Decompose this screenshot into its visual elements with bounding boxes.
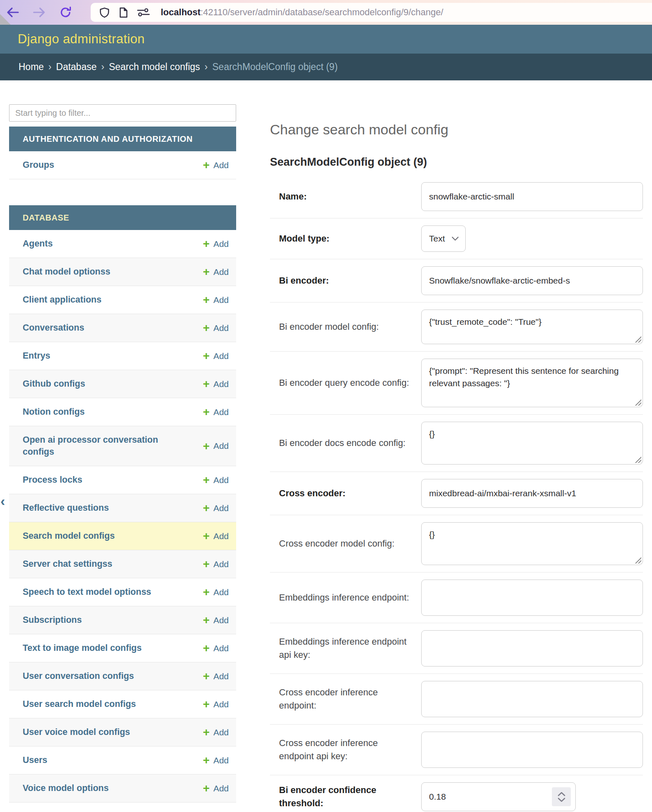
- address-bar[interactable]: localhost:42110/server/admin/database/se…: [91, 3, 652, 22]
- sidebar-item-open-ai-processor-conversation-configs[interactable]: Open ai processor conversation configs+A…: [9, 426, 236, 466]
- sidebar-add-link[interactable]: +Add: [203, 643, 229, 653]
- sidebar-add-link[interactable]: +Add: [203, 441, 229, 451]
- sidebar-item-text-to-image-model-configs[interactable]: Text to image model configs+Add: [9, 634, 236, 662]
- breadcrumb-home-link[interactable]: Home: [19, 61, 44, 73]
- field-select-model-type[interactable]: Text: [421, 225, 466, 252]
- plus-icon: +: [203, 160, 209, 170]
- field-input-embeddings-inference-endpoint-api-key[interactable]: [421, 630, 643, 666]
- sidebar-item-conversations[interactable]: Conversations+Add: [9, 314, 236, 342]
- field-input-cross-encoder[interactable]: [421, 479, 643, 508]
- sidebar-item-link[interactable]: Notion configs: [23, 406, 84, 418]
- sidebar-add-link[interactable]: +Add: [203, 531, 229, 541]
- sidebar-item-github-configs[interactable]: Github configs+Add: [9, 370, 236, 398]
- field-input-embeddings-inference-endpoint[interactable]: [421, 580, 643, 616]
- field-textarea-cross-encoder-model-config[interactable]: {}: [421, 522, 643, 565]
- sidebar-item-link[interactable]: Voice model options: [23, 782, 109, 794]
- resize-handle-icon[interactable]: [634, 556, 641, 563]
- add-label: Add: [213, 503, 229, 513]
- sidebar-item-link[interactable]: Search model configs: [23, 530, 115, 542]
- sidebar-item-link[interactable]: Chat model optionss: [23, 266, 110, 278]
- sidebar-item-groups[interactable]: Groups+Add: [9, 151, 236, 179]
- field-input-cross-encoder-inference-endpoint[interactable]: [421, 681, 643, 717]
- breadcrumb-search-model-configs-link[interactable]: Search model configs: [109, 61, 200, 73]
- field-label: Bi encoder docs encode config:: [270, 437, 421, 450]
- sidebar-add-link[interactable]: +Add: [203, 475, 229, 485]
- sidebar-item-reflective-questions[interactable]: Reflective questions+Add: [9, 494, 236, 522]
- sidebar-add-link[interactable]: +Add: [203, 615, 229, 625]
- sidebar-item-link[interactable]: Reflective questions: [23, 502, 109, 514]
- sidebar-add-link[interactable]: +Add: [203, 323, 229, 333]
- sidebar-item-link[interactable]: User voice model configs: [23, 726, 130, 738]
- sidebar-add-link[interactable]: +Add: [203, 239, 229, 249]
- page-info-icon[interactable]: [118, 7, 129, 18]
- django-admin-header: Django administration: [0, 25, 652, 54]
- sliders-icon[interactable]: [137, 7, 150, 17]
- sidebar-item-client-applications[interactable]: Client applications+Add: [9, 286, 236, 314]
- sidebar-item-user-conversation-configs[interactable]: User conversation configs+Add: [9, 662, 236, 690]
- add-label: Add: [213, 475, 229, 485]
- sidebar-item-link[interactable]: Client applications: [23, 294, 101, 306]
- reload-button[interactable]: [59, 5, 73, 19]
- resize-handle-icon[interactable]: [634, 399, 641, 406]
- field-textarea-bi-encoder-query-encode-config[interactable]: {"prompt": "Represent this sentence for …: [421, 359, 643, 407]
- field-textarea-bi-encoder-docs-encode-config[interactable]: {}: [421, 422, 643, 465]
- sidebar-add-link[interactable]: +Add: [203, 727, 229, 737]
- sidebar-item-speech-to-text-model-optionss[interactable]: Speech to text model optionss+Add: [9, 578, 236, 606]
- sidebar-add-link[interactable]: +Add: [203, 267, 229, 277]
- sidebar-item-search-model-configs[interactable]: Search model configs+Add: [9, 522, 236, 550]
- sidebar-item-entrys[interactable]: Entrys+Add: [9, 342, 236, 370]
- field-input-cross-encoder-inference-endpoint-api-key[interactable]: [421, 732, 643, 768]
- sidebar-item-link[interactable]: Text to image model configs: [23, 642, 142, 654]
- sidebar-item-link[interactable]: Server chat settingss: [23, 558, 113, 570]
- sidebar-add-link[interactable]: +Add: [203, 559, 229, 569]
- sidebar-item-link[interactable]: Groups: [23, 159, 54, 171]
- sidebar-item-link[interactable]: Entrys: [23, 350, 50, 362]
- site-title-link[interactable]: Django administration: [18, 32, 145, 47]
- form-row-cross-encoder-inference-endpoint: Cross encoder inference endpoint:: [270, 674, 643, 725]
- sidebar-item-notion-configs[interactable]: Notion configs+Add: [9, 398, 236, 426]
- sidebar-item-link[interactable]: Agents: [23, 238, 53, 250]
- field-input-name[interactable]: [421, 182, 643, 211]
- sidebar-item-user-voice-model-configs[interactable]: User voice model configs+Add: [9, 718, 236, 746]
- sidebar-add-link[interactable]: +Add: [203, 407, 229, 417]
- back-button[interactable]: [6, 5, 20, 19]
- sidebar-filter-input[interactable]: [9, 104, 236, 122]
- sidebar-add-link[interactable]: +Add: [203, 351, 229, 361]
- sidebar-add-link[interactable]: +Add: [203, 295, 229, 305]
- sidebar-item-agents[interactable]: Agents+Add: [9, 230, 236, 258]
- number-spinner[interactable]: [552, 787, 571, 806]
- sidebar-toggle-icon[interactable]: ‹: [0, 494, 5, 508]
- sidebar-item-users[interactable]: Users+Add: [9, 746, 236, 774]
- sidebar-item-voice-model-options[interactable]: Voice model options+Add: [9, 774, 236, 803]
- sidebar-item-link[interactable]: Process locks: [23, 474, 82, 486]
- sidebar-item-process-locks[interactable]: Process locks+Add: [9, 466, 236, 494]
- sidebar-item-link[interactable]: User search model configs: [23, 698, 136, 710]
- sidebar-item-link[interactable]: Github configs: [23, 378, 85, 390]
- sidebar-item-chat-model-optionss[interactable]: Chat model optionss+Add: [9, 258, 236, 286]
- field-textarea-bi-encoder-model-config[interactable]: {"trust_remote_code": "True"}: [421, 310, 643, 344]
- sidebar-item-subscriptions[interactable]: Subscriptions+Add: [9, 606, 236, 634]
- sidebar-item-link[interactable]: Subscriptions: [23, 614, 82, 626]
- sidebar-add-link[interactable]: +Add: [203, 671, 229, 681]
- forward-button[interactable]: [32, 5, 46, 19]
- sidebar-add-link[interactable]: +Add: [203, 379, 229, 389]
- sidebar-item-link[interactable]: Conversations: [23, 322, 84, 334]
- add-label: Add: [213, 351, 229, 361]
- sidebar-item-link[interactable]: Users: [23, 754, 47, 766]
- field-input-bi-encoder[interactable]: [421, 266, 643, 295]
- sidebar-item-server-chat-settingss[interactable]: Server chat settingss+Add: [9, 550, 236, 578]
- sidebar-add-link[interactable]: +Add: [203, 160, 229, 170]
- sidebar-item-link[interactable]: Speech to text model optionss: [23, 586, 151, 598]
- resize-handle-icon[interactable]: [634, 456, 641, 463]
- sidebar-add-link[interactable]: +Add: [203, 783, 229, 793]
- breadcrumb-database-link[interactable]: Database: [56, 61, 96, 73]
- shield-icon[interactable]: [99, 7, 110, 18]
- sidebar-add-link[interactable]: +Add: [203, 503, 229, 513]
- sidebar-add-link[interactable]: +Add: [203, 587, 229, 597]
- sidebar-add-link[interactable]: +Add: [203, 755, 229, 765]
- sidebar-add-link[interactable]: +Add: [203, 699, 229, 709]
- sidebar-item-link[interactable]: User conversation configs: [23, 670, 134, 682]
- resize-handle-icon[interactable]: [634, 336, 641, 343]
- sidebar-item-link[interactable]: Open ai processor conversation configs: [23, 434, 175, 458]
- sidebar-item-user-search-model-configs[interactable]: User search model configs+Add: [9, 690, 236, 718]
